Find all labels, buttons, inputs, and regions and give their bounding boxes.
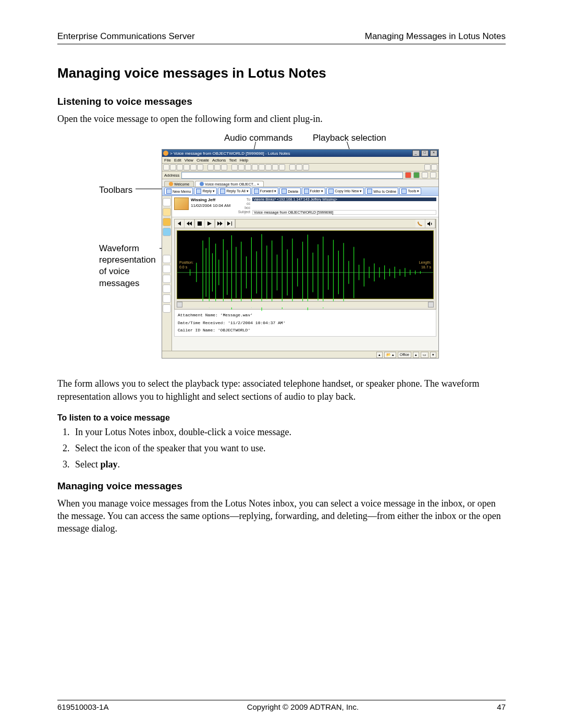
phone-playback-button[interactable] — [415, 219, 425, 228]
forward-button[interactable] — [215, 219, 225, 228]
toolbar-icon[interactable] — [245, 164, 251, 170]
menu-bar: File Edit View Create Actions Text Help — [162, 157, 438, 164]
skip-start-button[interactable] — [175, 219, 185, 228]
menu-help[interactable]: Help — [240, 158, 248, 163]
toolbar-icon[interactable] — [231, 164, 238, 170]
status-segment: 📂 ▴ — [384, 352, 396, 358]
toolbar-icon[interactable] — [272, 164, 278, 170]
sidebar-icon[interactable] — [163, 228, 171, 236]
screenshot-lotus-notes: > Voice message from OBJECTWORLD [599969… — [162, 149, 439, 359]
toolbar-icon[interactable] — [163, 164, 169, 170]
sidebar-icon[interactable] — [163, 198, 171, 206]
screenshot-body: Wissing Jeff 11/02/2004 10:04 AM ToValer… — [162, 196, 438, 354]
toolbar-icon[interactable] — [289, 164, 296, 170]
waveform-display[interactable]: Position: 0.0 s Length: 18.7 s — [177, 230, 434, 299]
document-tabs: Welcome Voice message from OBJECT... × — [162, 179, 438, 187]
sidebar-icon[interactable] — [163, 285, 171, 293]
bcc-value — [252, 206, 436, 209]
callout-playback-selection: Playback selection — [313, 132, 386, 144]
toolbar-icon[interactable] — [170, 164, 176, 170]
after-figure-para: The form allows you to select the playba… — [57, 377, 506, 403]
attachment-line: Caller ID Name: 'OBJECTWORLD' — [178, 327, 433, 334]
message-panel: Wissing Jeff 11/02/2004 10:04 AM ToValer… — [172, 196, 438, 354]
toolbar-icon[interactable] — [431, 164, 437, 170]
menu-actions[interactable]: Actions — [212, 158, 226, 163]
action-bar: New Memo Reply ▾ Reply To All ▾ Forward … — [162, 187, 438, 196]
app-icon — [163, 151, 168, 156]
toolbar-icon[interactable] — [422, 172, 428, 178]
sidebar-icon[interactable] — [163, 208, 171, 216]
callout-toolbars: Toolbars — [99, 184, 132, 196]
toolbar-icon[interactable] — [424, 164, 431, 170]
menu-file[interactable]: File — [164, 158, 171, 163]
toolbar-icon[interactable] — [190, 164, 197, 170]
toolbar-icon[interactable] — [303, 164, 309, 170]
tab-voice-message[interactable]: Voice message from OBJECT... × — [195, 181, 264, 187]
sec2-para: When you manage voice messages from the … — [57, 497, 506, 535]
menu-text[interactable]: Text — [229, 158, 237, 163]
menu-create[interactable]: Create — [197, 158, 209, 163]
sent-date: 11/02/2004 10:04 AM — [191, 203, 230, 208]
go-icon[interactable] — [413, 172, 420, 178]
reply-all-button[interactable]: Reply To All ▾ — [218, 188, 250, 195]
new-memo-button[interactable]: New Memo — [164, 188, 193, 195]
address-label: Address — [164, 173, 179, 178]
delete-button[interactable]: Delete — [279, 188, 300, 195]
stop-button[interactable] — [195, 219, 205, 228]
toolbar-icon[interactable] — [430, 172, 436, 178]
tab-welcome[interactable]: Welcome — [164, 181, 194, 187]
sidebar-icon[interactable] — [163, 218, 171, 226]
waveform-scrollbar[interactable] — [177, 301, 434, 307]
toolbar-icon[interactable] — [259, 164, 265, 170]
sidebar-icon[interactable] — [163, 275, 171, 283]
reply-button[interactable]: Reply ▾ — [194, 188, 217, 195]
status-segment: ▴ — [413, 352, 419, 358]
sidebar-icon[interactable] — [163, 265, 171, 273]
tab-label: Welcome — [174, 182, 189, 186]
toolbar-icon[interactable] — [197, 164, 203, 170]
tab-label: Voice message from OBJECT... × — [205, 182, 259, 186]
main-toolbar — [162, 164, 438, 171]
player-toolbar — [175, 219, 436, 228]
maximize-button[interactable]: □ — [421, 150, 429, 156]
bcc-label: bcc — [235, 206, 250, 209]
menu-edit[interactable]: Edit — [174, 158, 181, 163]
left-sidebar — [162, 196, 172, 354]
forward-button[interactable]: Forward ▾ — [252, 188, 279, 195]
speaker-playback-button[interactable] — [425, 219, 435, 228]
status-office: Office — [398, 352, 411, 358]
close-button[interactable]: × — [430, 150, 437, 156]
rewind-button[interactable] — [185, 219, 194, 228]
toolbar-icon[interactable] — [279, 164, 285, 170]
copy-into-new-button[interactable]: Copy Into New ▾ — [326, 188, 364, 195]
tools-button[interactable]: Tools ▾ — [399, 188, 421, 195]
stop-icon[interactable] — [405, 172, 411, 178]
toolbar-icon[interactable] — [183, 164, 190, 170]
steps-list: In your Lotus Notes inbox, double-click … — [57, 427, 506, 470]
step-item: In your Lotus Notes inbox, double-click … — [72, 427, 506, 438]
toolbar-icon[interactable] — [265, 164, 272, 170]
address-field[interactable] — [181, 172, 403, 179]
minimize-button[interactable]: _ — [412, 150, 420, 156]
menu-view[interactable]: View — [185, 158, 193, 163]
toolbar-icon[interactable] — [252, 164, 258, 170]
to-label: To — [235, 198, 250, 201]
sidebar-icon[interactable] — [163, 255, 171, 263]
page-footer: 619510003-1A Copyright © 2009 ADTRAN, In… — [57, 700, 506, 711]
who-is-online-button[interactable]: Who Is Online — [365, 188, 398, 195]
toolbar-icon[interactable] — [177, 164, 183, 170]
sidebar-icon[interactable] — [163, 304, 171, 313]
toolbar-icon[interactable] — [214, 164, 221, 170]
skip-end-button[interactable] — [225, 219, 235, 228]
folder-button[interactable]: Folder ▾ — [302, 188, 326, 195]
play-button[interactable] — [205, 219, 215, 228]
toolbar-icon[interactable] — [296, 164, 302, 170]
howto-heading: To listen to a voice message — [57, 413, 506, 423]
toolbar-icon[interactable] — [207, 164, 214, 170]
toolbar-icon[interactable] — [221, 164, 227, 170]
sidebar-icon[interactable] — [163, 294, 171, 303]
step-item: Select the icon of the speaker that you … — [72, 443, 506, 454]
toolbar-icon[interactable] — [238, 164, 244, 170]
section-heading: Managing voice messages in Lotus Notes — [57, 65, 506, 81]
to-value: Valerie Binks* <192.168.1.147:143 Jeffer… — [252, 198, 436, 201]
